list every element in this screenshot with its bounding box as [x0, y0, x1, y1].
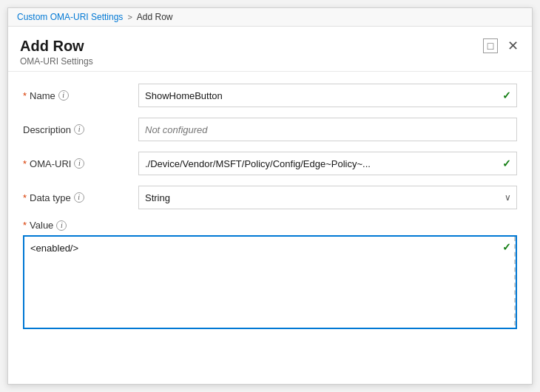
data-type-select-wrapper: String Integer Boolean Float Base64 ∨: [138, 186, 517, 209]
close-button[interactable]: ✕: [505, 38, 520, 53]
oma-uri-info-icon[interactable]: i: [74, 158, 84, 169]
value-textarea[interactable]: <enabled/>: [24, 237, 516, 325]
window-controls: □ ✕: [483, 38, 520, 53]
name-label: * Name i: [23, 90, 126, 101]
oma-uri-check-icon: ✓: [502, 158, 511, 169]
value-textarea-wrapper: <enabled/> ✓: [23, 235, 517, 329]
title-section: Add Row OMA-URI Settings: [20, 37, 93, 67]
oma-uri-row: * OMA-URI i ✓: [23, 152, 517, 175]
oma-uri-input[interactable]: [138, 152, 517, 175]
description-input-wrapper: [138, 118, 517, 141]
description-row: Description i: [23, 118, 517, 141]
value-section: * Value i <enabled/> ✓: [23, 220, 517, 329]
oma-uri-label-text: OMA-URI: [30, 158, 71, 169]
value-label-text: Value: [30, 220, 53, 231]
name-label-text: Name: [30, 90, 55, 101]
name-required-star: *: [23, 90, 27, 101]
data-type-select[interactable]: String Integer Boolean Float Base64: [138, 186, 517, 209]
form-body: * Name i ✓ Description i * OMA-URI: [8, 72, 532, 384]
maximize-button[interactable]: □: [483, 38, 498, 53]
breadcrumb-separator: >: [127, 13, 132, 21]
name-check-icon: ✓: [502, 89, 511, 101]
data-type-required-star: *: [23, 192, 27, 203]
breadcrumb-parent-link[interactable]: Custom OMA-URI Settings: [17, 12, 123, 22]
name-info-icon[interactable]: i: [58, 90, 69, 101]
value-check-icon: ✓: [502, 241, 511, 253]
main-window: Custom OMA-URI Settings > Add Row Add Ro…: [7, 7, 533, 385]
description-label-text: Description: [23, 124, 71, 135]
title-bar: Add Row OMA-URI Settings □ ✕: [8, 27, 532, 72]
description-info-icon[interactable]: i: [74, 124, 84, 135]
oma-uri-required-star: *: [23, 158, 27, 169]
breadcrumb: Custom OMA-URI Settings > Add Row: [8, 8, 532, 27]
oma-uri-label: * OMA-URI i: [23, 158, 126, 169]
page-subtitle: OMA-URI Settings: [20, 56, 93, 67]
name-input[interactable]: [138, 84, 517, 107]
name-input-wrapper: ✓: [138, 84, 517, 107]
description-label: Description i: [23, 124, 126, 135]
breadcrumb-current: Add Row: [137, 12, 173, 22]
page-title: Add Row: [20, 37, 93, 55]
value-required-star: *: [23, 220, 27, 231]
data-type-label-text: Data type: [30, 192, 71, 203]
data-type-label: * Data type i: [23, 192, 126, 203]
name-row: * Name i ✓: [23, 84, 517, 107]
data-type-row: * Data type i String Integer Boolean Flo…: [23, 186, 517, 209]
value-info-icon[interactable]: i: [56, 220, 67, 231]
description-input[interactable]: [138, 118, 517, 141]
data-type-info-icon[interactable]: i: [74, 192, 84, 203]
oma-uri-input-wrapper: ✓: [138, 152, 517, 175]
value-label: * Value i: [23, 220, 517, 231]
